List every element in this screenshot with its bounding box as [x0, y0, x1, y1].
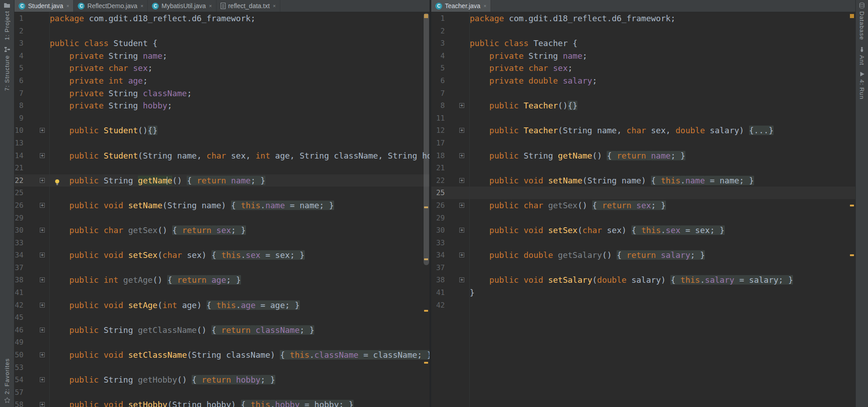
code-line[interactable]: 42+ public void setAge(int age) { this.a… [14, 299, 429, 312]
code-line[interactable]: 3public class Student { [14, 37, 429, 50]
fold-marker-icon[interactable]: + [40, 377, 45, 382]
code-line[interactable]: 11 [431, 112, 855, 125]
fold-marker-icon[interactable]: + [459, 228, 464, 233]
right-editor[interactable]: 1package com.gdit.d18_reflect.d6_framewo… [431, 12, 855, 407]
code-line[interactable]: 37 [14, 262, 429, 274]
warning-stripe-mark[interactable] [850, 254, 854, 256]
code-line[interactable]: 38+ public void setSalary(double salary)… [431, 274, 855, 286]
code-line[interactable]: 2 [14, 25, 429, 37]
left-code-area[interactable]: 1package com.gdit.d18_reflect.d6_framewo… [14, 12, 429, 407]
tab-close-icon[interactable]: × [66, 3, 69, 9]
code-line[interactable]: 9 [14, 112, 429, 125]
tool-button-ant[interactable]: Ant [859, 47, 865, 65]
tool-button-2-favorites[interactable]: 2: Favorites [4, 358, 10, 403]
code-line[interactable]: 50+ public void setClassName(String clas… [14, 349, 429, 361]
right-error-stripe[interactable] [849, 12, 855, 407]
code-line[interactable]: 41 [14, 286, 429, 299]
code-line[interactable]: 26+ public char getSex() { return sex; } [431, 199, 855, 212]
code-line[interactable]: 34+ public double getSalary() { return s… [431, 249, 855, 262]
code-line[interactable]: 1package com.gdit.d18_reflect.d6_framewo… [431, 12, 855, 25]
fold-marker-icon[interactable]: + [40, 178, 45, 183]
code-line[interactable]: 7 private String className; [14, 87, 429, 100]
code-line[interactable]: 46+ public String getClassName() { retur… [14, 324, 429, 337]
fold-marker-icon[interactable]: + [459, 103, 464, 108]
code-line[interactable]: 7 [431, 87, 855, 100]
right-code-area[interactable]: 1package com.gdit.d18_reflect.d6_framewo… [431, 12, 855, 311]
code-line[interactable]: 21 [14, 162, 429, 174]
code-line[interactable]: 25 [14, 187, 429, 199]
code-line[interactable]: 30+ public char getSex() { return sex; } [14, 224, 429, 237]
tool-button-database[interactable]: Database [859, 2, 865, 40]
code-line[interactable]: 57 [14, 386, 429, 399]
tool-button-4-run[interactable]: 4: Run [859, 71, 865, 99]
code-line[interactable]: 30+ public void setSex(char sex) { this.… [431, 224, 855, 237]
code-line[interactable]: 5 private char sex; [431, 62, 855, 75]
code-line[interactable]: 34+ public void setSex(char sex) { this.… [14, 249, 429, 262]
code-line[interactable]: 10+ public Student(){} [14, 124, 429, 137]
code-line[interactable]: 12+ public Teacher(String name, char sex… [431, 124, 855, 137]
tool-button-1-project[interactable]: 1: Project [4, 2, 10, 40]
fold-marker-icon[interactable]: + [40, 277, 45, 282]
tool-button-7-structure[interactable]: 7: Structure [4, 47, 10, 91]
code-line[interactable]: 22+ public String getName() { return nam… [14, 174, 429, 187]
tab-close-icon[interactable]: × [273, 3, 276, 9]
left-editor[interactable]: 1package com.gdit.d18_reflect.d6_framewo… [14, 12, 429, 407]
warning-stripe-mark[interactable] [850, 205, 854, 206]
code-line[interactable]: 8+ public Teacher(){} [431, 99, 855, 112]
code-line[interactable]: 29 [431, 212, 855, 225]
code-line[interactable]: 42 [431, 299, 855, 312]
code-line[interactable]: 14+ public Student(String name, char sex… [14, 150, 429, 162]
code-line[interactable]: 5 private char sex; [14, 62, 429, 75]
code-line[interactable]: 2 [431, 25, 855, 37]
fold-marker-icon[interactable]: + [459, 153, 464, 158]
fold-marker-icon[interactable]: + [40, 228, 45, 233]
code-line[interactable]: 8 private String hobby; [14, 99, 429, 112]
fold-marker-icon[interactable]: + [459, 203, 464, 208]
fold-marker-icon[interactable]: + [40, 402, 45, 407]
fold-marker-icon[interactable]: + [40, 153, 45, 158]
code-line[interactable]: 4 private String name; [14, 50, 429, 62]
code-line[interactable]: 53 [14, 361, 429, 374]
tab-teacher-java[interactable]: CTeacher.java× [431, 0, 491, 12]
fold-marker-icon[interactable]: + [40, 352, 45, 357]
code-line[interactable]: 41} [431, 286, 855, 299]
tab-reflectdemo-java[interactable]: CReflectDemo.java× [74, 0, 148, 12]
fold-marker-icon[interactable]: + [40, 303, 45, 308]
code-line[interactable]: 45 [14, 311, 429, 324]
tab-close-icon[interactable]: × [141, 3, 143, 9]
code-line[interactable]: 26+ public void setName(String name) { t… [14, 199, 429, 212]
code-line[interactable]: 13 [14, 137, 429, 150]
tab-reflect-data-txt[interactable]: reflect_data.txt× [217, 0, 280, 12]
fold-marker-icon[interactable]: + [40, 327, 45, 332]
intention-bulb-icon[interactable] [54, 177, 60, 184]
code-line[interactable]: 29 [14, 212, 429, 225]
tab-close-icon[interactable]: × [484, 3, 486, 9]
code-line[interactable]: 18+ public String getName() { return nam… [431, 150, 855, 162]
code-line[interactable]: 37 [431, 262, 855, 274]
code-line[interactable]: 17 [431, 137, 855, 150]
code-line[interactable]: 58+ public void setHobby(String hobby) {… [14, 398, 429, 407]
scrollbar-thumb[interactable] [424, 13, 429, 265]
fold-marker-icon[interactable]: + [459, 128, 464, 133]
code-line[interactable]: 33 [431, 237, 855, 249]
code-line[interactable]: 1package com.gdit.d18_reflect.d6_framewo… [14, 12, 429, 25]
fold-marker-icon[interactable]: + [40, 203, 45, 208]
tab-student-java[interactable]: CStudent.java× [14, 0, 74, 12]
inspection-status-indicator[interactable] [850, 14, 854, 18]
code-line[interactable]: 4 private String name; [431, 50, 855, 62]
code-line[interactable]: 54+ public String getHobby() { return ho… [14, 374, 429, 386]
code-line[interactable]: 22+ public void setName(String name) { t… [431, 174, 855, 187]
warning-stripe-mark[interactable] [424, 310, 428, 312]
code-line[interactable]: 6 private double salary; [431, 75, 855, 87]
fold-marker-icon[interactable]: + [459, 277, 464, 282]
fold-marker-icon[interactable]: + [40, 128, 45, 133]
code-line[interactable]: 38+ public int getAge() { return age; } [14, 274, 429, 286]
code-line[interactable]: 33 [14, 237, 429, 249]
fold-marker-icon[interactable]: + [459, 253, 464, 257]
code-line[interactable]: 21 [431, 162, 855, 174]
code-line[interactable]: 6 private int age; [14, 75, 429, 87]
code-line[interactable]: 25 [431, 187, 855, 199]
fold-marker-icon[interactable]: + [459, 178, 464, 183]
fold-marker-icon[interactable]: + [40, 253, 45, 257]
warning-stripe-mark[interactable] [424, 362, 428, 364]
